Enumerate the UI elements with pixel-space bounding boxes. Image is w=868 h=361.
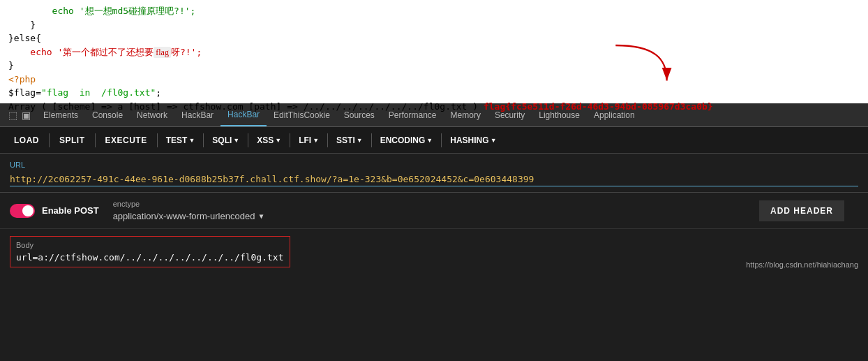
separator-9	[441, 133, 442, 147]
code-line-8: Array ( [scheme] => a [host] => ctfshow.…	[8, 100, 860, 114]
ssti-button[interactable]: SSTI ▼	[332, 133, 367, 148]
body-box: Body url=a://ctfshow.com/../../../../../…	[10, 236, 290, 267]
separator-8	[371, 133, 372, 147]
load-button[interactable]: LOAD	[8, 133, 45, 148]
hashing-button[interactable]: HASHING ▼	[446, 133, 500, 148]
toggle-knob	[22, 205, 33, 216]
sqli-button[interactable]: SQLI ▼	[208, 133, 244, 148]
arrow-decoration	[603, 38, 680, 91]
code-line-6: <?php	[8, 73, 860, 87]
code-line-1: echo '想一想md5碰撞原理吧?!';	[8, 4, 860, 18]
body-label: Body	[16, 241, 284, 249]
enctype-select-wrapper: application/x-www-form-urlencoded ▼	[113, 211, 264, 221]
hackbar-toolbar: LOAD SPLIT EXECUTE TEST ▼ SQLI ▼ XSS ▼ L…	[0, 127, 868, 154]
footer-link: https://blog.csdn.net/hiahiachang	[746, 260, 858, 269]
separator-4	[203, 133, 204, 147]
add-header-button[interactable]: ADD HEADER	[759, 200, 844, 221]
url-area: URL	[0, 154, 868, 193]
separator-5	[248, 133, 248, 147]
enable-post-toggle[interactable]	[10, 204, 35, 218]
enctype-group: enctype application/x-www-form-urlencode…	[113, 200, 264, 221]
code-line-5: }	[8, 59, 860, 73]
xss-button[interactable]: XSS ▼	[253, 133, 285, 148]
separator-3	[157, 133, 158, 147]
code-line-4: echo '第一个都过不了还想要flag呀?!';	[8, 45, 860, 59]
code-line-7: $flag="flag in /fl0g.txt";	[8, 86, 860, 100]
code-line-3: }else{	[8, 31, 860, 45]
url-input[interactable]	[10, 172, 858, 186]
post-area: Enable POST enctype application/x-www-fo…	[0, 193, 868, 229]
separator-1	[49, 133, 50, 147]
enable-post-toggle-group: Enable POST	[10, 204, 99, 218]
split-button[interactable]: SPLIT	[54, 133, 91, 148]
code-area: echo '想一想md5碰撞原理吧?!'; } }else{ echo '第一个…	[0, 0, 868, 103]
enable-post-label: Enable POST	[42, 205, 99, 216]
test-button[interactable]: TEST ▼	[162, 133, 200, 148]
code-line-2: }	[8, 18, 860, 32]
enctype-value: application/x-www-form-urlencoded	[113, 211, 255, 221]
encoding-button[interactable]: ENCODING ▼	[376, 133, 437, 148]
separator-6	[290, 133, 290, 147]
separator-7	[327, 133, 328, 147]
separator-2	[95, 133, 96, 147]
enctype-dropdown-arrow[interactable]: ▼	[259, 212, 263, 220]
url-label: URL	[10, 161, 858, 169]
enctype-label: enctype	[113, 200, 264, 208]
body-area: Body url=a://ctfshow.com/../../../../../…	[0, 229, 868, 274]
body-value: url=a://ctfshow.com/../../../../../../..…	[16, 252, 284, 263]
lfi-button[interactable]: LFI ▼	[294, 133, 323, 148]
execute-button[interactable]: EXECUTE	[100, 133, 153, 148]
